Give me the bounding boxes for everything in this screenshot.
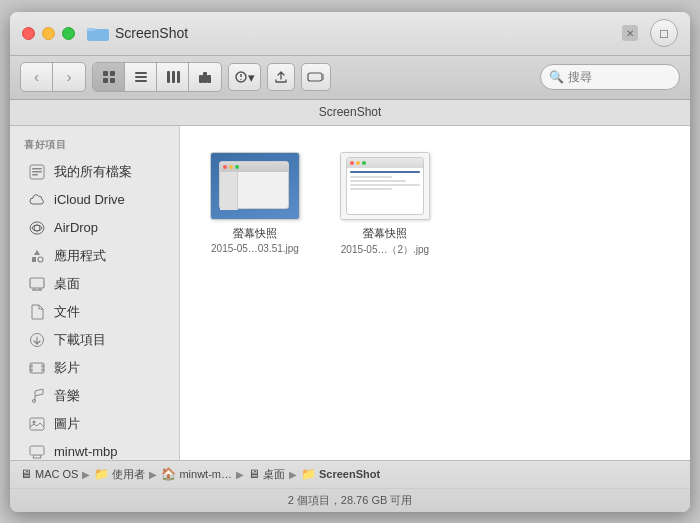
svg-rect-10 <box>172 71 175 83</box>
sidebar-label-documents: 文件 <box>54 303 80 321</box>
arrange-button[interactable] <box>301 63 331 91</box>
minimize-button[interactable] <box>42 27 55 40</box>
svg-rect-25 <box>32 174 38 176</box>
svg-point-17 <box>240 79 241 80</box>
svg-rect-2 <box>103 71 108 76</box>
coverflow-view-button[interactable] <box>189 63 221 91</box>
sidebar-item-computer[interactable]: minwt-mbp <box>14 438 175 460</box>
svg-rect-34 <box>30 363 33 373</box>
svg-rect-18 <box>308 73 322 81</box>
macos-icon: 🖥 <box>20 467 32 481</box>
close-button[interactable] <box>22 27 35 40</box>
file-name-1: 螢幕快照 <box>233 226 277 241</box>
path-bar: ScreenShot <box>10 100 690 126</box>
search-box[interactable]: 🔍 <box>540 64 680 90</box>
traffic-lights <box>22 27 75 40</box>
list-view-button[interactable] <box>125 63 157 91</box>
path-segment-macos[interactable]: 🖥 MAC OS <box>20 467 78 481</box>
sidebar: 喜好項目 我的所有檔案 iCloud Drive AirDrop <box>10 126 180 460</box>
forward-button[interactable]: › <box>53 63 85 91</box>
sidebar-item-all-files[interactable]: 我的所有檔案 <box>14 158 175 186</box>
svg-point-27 <box>38 257 43 262</box>
main-content: 喜好項目 我的所有檔案 iCloud Drive AirDrop <box>10 126 690 460</box>
column-view-button[interactable] <box>157 63 189 91</box>
sidebar-item-desktop[interactable]: 桌面 <box>14 270 175 298</box>
fullscreen-button[interactable] <box>62 27 75 40</box>
all-files-icon <box>28 163 46 181</box>
svg-rect-23 <box>32 168 42 170</box>
screenshot-folder-icon: 📁 <box>301 467 316 481</box>
icloud-icon <box>28 191 46 209</box>
share-button[interactable] <box>267 63 295 91</box>
svg-rect-9 <box>167 71 170 83</box>
path-bar-title: ScreenShot <box>319 105 382 119</box>
sidebar-item-pictures[interactable]: 圖片 <box>14 410 175 438</box>
sidebar-label-all-files: 我的所有檔案 <box>54 163 132 181</box>
sidebar-label-desktop: 桌面 <box>54 275 80 293</box>
sidebar-item-downloads[interactable]: 下載項目 <box>14 326 175 354</box>
sidebar-item-movies[interactable]: 影片 <box>14 354 175 382</box>
sidebar-label-movies: 影片 <box>54 359 80 377</box>
svg-rect-5 <box>110 78 115 83</box>
sidebar-item-music[interactable]: 音樂 <box>14 382 175 410</box>
svg-rect-13 <box>203 72 207 83</box>
sidebar-item-apps[interactable]: 應用程式 <box>14 242 175 270</box>
action-button[interactable]: ▾ <box>228 63 261 91</box>
svg-rect-35 <box>42 363 45 373</box>
file-thumbnail-1 <box>210 152 300 220</box>
window-action-button[interactable]: □ <box>650 19 678 47</box>
svg-rect-4 <box>103 78 108 83</box>
sidebar-item-documents[interactable]: 文件 <box>14 298 175 326</box>
path-segment-screenshot[interactable]: 📁 ScreenShot <box>301 467 380 481</box>
finder-window: ScreenShot ✕ □ ‹ › ▾ <box>10 12 690 512</box>
folder-icon <box>87 25 109 41</box>
path-segment-users[interactable]: 📁 使用者 <box>94 467 145 482</box>
path-segment-user[interactable]: 🏠 minwt-m… <box>161 467 232 481</box>
nav-buttons: ‹ › <box>20 62 86 92</box>
sidebar-label-computer: minwt-mbp <box>54 444 118 459</box>
statusbar: 🖥 MAC OS ▶ 📁 使用者 ▶ 🏠 minwt-m… ▶ 🖥 桌面 ▶ 📁… <box>10 460 690 512</box>
svg-rect-7 <box>135 76 147 78</box>
svg-rect-14 <box>207 75 211 83</box>
sidebar-item-airdrop[interactable]: AirDrop <box>14 214 175 242</box>
titlebar: ScreenShot ✕ □ <box>10 12 690 56</box>
tab-close-button[interactable]: ✕ <box>622 25 638 41</box>
svg-rect-44 <box>30 446 44 455</box>
statusbar-path: 🖥 MAC OS ▶ 📁 使用者 ▶ 🏠 minwt-m… ▶ 🖥 桌面 ▶ 📁… <box>10 461 690 489</box>
svg-rect-1 <box>87 28 95 31</box>
path-segment-label-desktop: 桌面 <box>263 467 285 482</box>
svg-rect-28 <box>30 278 44 288</box>
sidebar-label-icloud: iCloud Drive <box>54 192 125 207</box>
user-home-icon: 🏠 <box>161 467 176 481</box>
computer-icon <box>28 443 46 460</box>
file-thumbnail-2 <box>340 152 430 220</box>
toolbar: ‹ › ▾ 🔍 <box>10 56 690 100</box>
desktop-path-icon: 🖥 <box>248 467 260 481</box>
users-folder-icon: 📁 <box>94 467 109 481</box>
svg-rect-6 <box>135 72 147 74</box>
svg-point-43 <box>33 420 36 423</box>
search-input[interactable] <box>568 70 671 84</box>
icon-view-button[interactable] <box>93 63 125 91</box>
path-segment-desktop[interactable]: 🖥 桌面 <box>248 467 285 482</box>
file-item-2[interactable]: 螢幕快照 2015-05…（2）.jpg <box>330 146 440 263</box>
path-segment-label-macos: MAC OS <box>35 468 78 480</box>
apps-icon <box>28 247 46 265</box>
file-date-1: 2015-05…03.51.jpg <box>211 243 299 254</box>
path-segment-label-screenshot: ScreenShot <box>319 468 380 480</box>
sidebar-item-icloud[interactable]: iCloud Drive <box>14 186 175 214</box>
svg-rect-12 <box>199 75 203 83</box>
file-item-1[interactable]: 螢幕快照 2015-05…03.51.jpg <box>200 146 310 263</box>
statusbar-info: 2 個項目，28.76 GB 可用 <box>10 489 690 512</box>
airdrop-icon <box>28 219 46 237</box>
svg-point-26 <box>34 225 40 231</box>
file-content-area: 螢幕快照 2015-05…03.51.jpg <box>180 126 690 460</box>
svg-rect-24 <box>32 171 42 173</box>
svg-rect-8 <box>135 80 147 82</box>
svg-rect-11 <box>177 71 180 83</box>
file-date-2: 2015-05…（2）.jpg <box>341 243 429 257</box>
pictures-icon <box>28 415 46 433</box>
back-button[interactable]: ‹ <box>21 63 53 91</box>
path-segment-label-users: 使用者 <box>112 467 145 482</box>
music-icon <box>28 387 46 405</box>
